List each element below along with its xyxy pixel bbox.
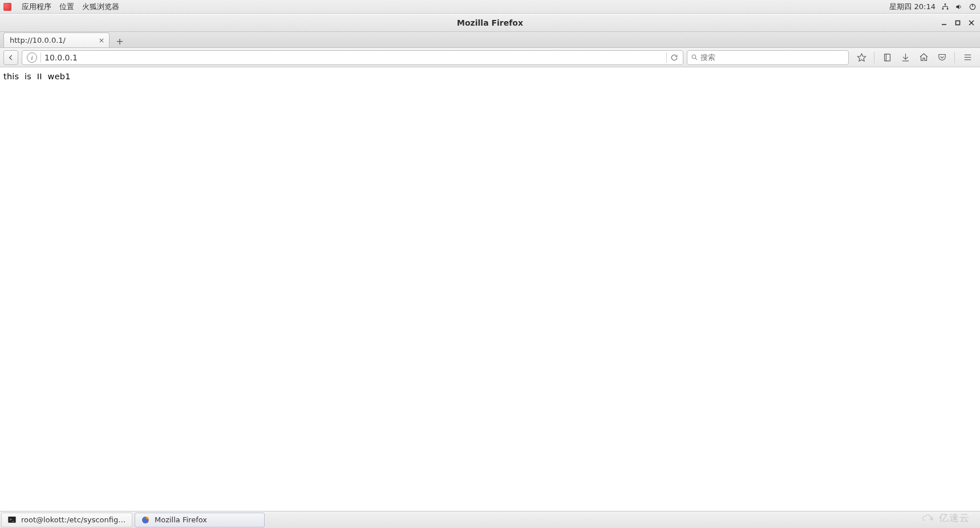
gnome-taskbar: >_ root@lokott:/etc/sysconfig/networ… Mo… (0, 511, 980, 528)
search-input[interactable] (700, 53, 845, 62)
url-input[interactable] (42, 53, 665, 62)
home-button[interactable] (918, 52, 929, 63)
urlbar-separator (666, 52, 667, 63)
library-button[interactable] (881, 52, 893, 63)
watermark-text: 亿速云 (939, 511, 970, 525)
taskbar-item-firefox[interactable]: Mozilla Firefox (135, 513, 265, 527)
svg-marker-11 (857, 54, 865, 61)
svg-point-22 (930, 518, 932, 519)
page-content-area: this is II web1 (0, 67, 980, 511)
power-icon[interactable] (969, 3, 977, 11)
cloud-icon (921, 513, 936, 524)
urlbar-separator (41, 52, 41, 63)
url-bar[interactable]: i (22, 50, 683, 65)
toolbar-separator (954, 52, 955, 63)
identity-info-icon[interactable]: i (27, 52, 37, 63)
menu-browser[interactable]: 火狐浏览器 (82, 2, 119, 12)
tab-label: http://10.0.0.1/ (10, 36, 66, 44)
bookmark-star-button[interactable] (856, 52, 867, 63)
taskbar-item-terminal[interactable]: >_ root@lokott:/etc/sysconfig/networ… (1, 513, 132, 527)
svg-text:>_: >_ (9, 517, 14, 522)
window-titlebar: Mozilla Firefox (0, 14, 980, 32)
pocket-button[interactable] (936, 52, 947, 63)
terminal-icon: >_ (7, 515, 17, 525)
svg-rect-6 (956, 21, 960, 25)
hamburger-menu-button[interactable] (962, 52, 973, 63)
panel-datetime[interactable]: 星期四 20:14 (889, 2, 936, 12)
window-minimize-button[interactable] (938, 17, 950, 29)
tab-close-button[interactable]: × (98, 36, 106, 44)
network-icon[interactable] (941, 3, 949, 11)
window-maximize-button[interactable] (951, 17, 964, 29)
window-close-button[interactable] (965, 17, 978, 29)
browser-tab[interactable]: http://10.0.0.1/ × (3, 33, 110, 47)
taskbar-item-label: Mozilla Firefox (155, 515, 207, 524)
svg-rect-0 (945, 3, 946, 5)
menu-places[interactable]: 位置 (59, 2, 74, 12)
downloads-button[interactable] (900, 52, 911, 63)
new-tab-button[interactable]: + (113, 35, 127, 47)
browser-nav-toolbar: i (0, 48, 980, 67)
search-icon (691, 54, 698, 61)
activities-icon (3, 3, 11, 11)
toolbar-separator (874, 52, 874, 63)
menu-applications[interactable]: 应用程序 (22, 2, 51, 12)
svg-rect-12 (884, 54, 890, 61)
back-button[interactable] (3, 50, 18, 65)
svg-line-10 (695, 58, 697, 60)
svg-rect-2 (947, 8, 948, 9)
svg-point-9 (692, 55, 696, 59)
gnome-top-panel: 应用程序 位置 火狐浏览器 星期四 20:14 (0, 0, 980, 14)
volume-icon[interactable] (955, 3, 963, 11)
search-bar[interactable] (687, 50, 849, 65)
svg-rect-1 (942, 8, 943, 9)
browser-tab-strip: http://10.0.0.1/ × + (0, 32, 980, 48)
taskbar-item-label: root@lokott:/etc/sysconfig/networ… (21, 515, 126, 524)
watermark: 亿速云 (921, 511, 970, 525)
firefox-icon (141, 515, 150, 525)
page-body-text: this is II web1 (3, 72, 71, 81)
reload-button[interactable] (668, 51, 681, 64)
window-title: Mozilla Firefox (457, 18, 523, 27)
